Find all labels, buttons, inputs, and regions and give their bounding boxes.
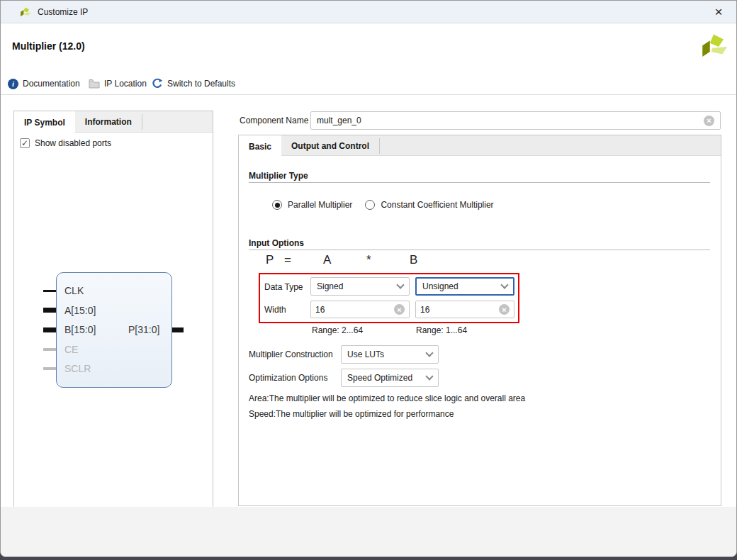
multiplier-construction-dropdown[interactable]: Use LUTs (341, 345, 439, 364)
tab-divider (142, 114, 142, 130)
input-options-title: Input Options (249, 238, 304, 248)
b-width-input[interactable]: 16 × (415, 301, 514, 318)
a-port-stub (43, 308, 56, 313)
a-width-value: 16 (315, 305, 394, 315)
tab-divider (379, 138, 380, 154)
b-data-type-value: Unsigned (422, 281, 502, 291)
equation-equals: = (284, 253, 291, 267)
xilinx-logo (699, 32, 728, 62)
tab-information-label: Information (85, 117, 132, 127)
customize-ip-dialog: Customize IP × Multiplier (12.0) i Docum… (0, 0, 737, 557)
clear-icon[interactable]: × (499, 304, 510, 315)
show-disabled-ports-label: Show disabled ports (35, 138, 111, 148)
ce-port-stub (43, 348, 56, 351)
component-name-input[interactable]: mult_gen_0 × (310, 111, 721, 130)
section-rule (249, 182, 710, 183)
a-range-label: Range: 2...64 (312, 325, 363, 335)
toolbar-divider (1, 94, 736, 95)
tab-basic-label: Basic (249, 142, 271, 152)
ip-location-label: IP Location (104, 79, 147, 89)
parallel-multiplier-radio[interactable] (272, 200, 282, 210)
xilinx-logo-icon (19, 6, 31, 18)
tab-output-and-control-label: Output and Control (291, 141, 369, 151)
show-disabled-ports-checkbox[interactable]: ✓ (20, 138, 30, 148)
a-width-input[interactable]: 16 × (310, 301, 410, 318)
a-data-type-value: Signed (317, 281, 398, 291)
b-data-type-dropdown[interactable]: Unsigned (415, 277, 514, 296)
constant-coefficient-label: Constant Coefficient Multiplier (381, 200, 493, 210)
clk-port-stub (43, 290, 56, 292)
chevron-down-icon (425, 349, 433, 357)
folder-icon (89, 79, 100, 89)
left-tab-strip: IP Symbol Information (14, 111, 213, 133)
a-port-label: A[15:0] (64, 305, 96, 316)
info-icon: i (8, 79, 18, 89)
b-port-label: B[15:0] (64, 324, 96, 335)
optimization-options-dropdown[interactable]: Speed Optimized (341, 369, 439, 387)
window-title: Customize IP (38, 7, 88, 17)
show-disabled-ports-row[interactable]: ✓ Show disabled ports (20, 138, 111, 148)
equation-p: P (266, 253, 274, 267)
tab-basic[interactable]: Basic (239, 135, 281, 157)
data-type-label: Data Type (264, 282, 303, 292)
clear-icon[interactable]: × (394, 304, 405, 315)
tab-ip-symbol-label: IP Symbol (24, 118, 65, 128)
multiplier-type-radios: Parallel Multiplier Constant Coefficient… (272, 200, 501, 210)
p-port-label: P[31:0] (128, 324, 159, 335)
optimization-options-label: Optimization Options (249, 373, 327, 383)
component-name-label: Component Name (240, 116, 308, 125)
p-port-stub (172, 327, 184, 332)
width-label: Width (264, 305, 286, 315)
b-port-stub (43, 327, 56, 332)
footer-bar: OK Cancel (1, 507, 736, 557)
chevron-down-icon (396, 281, 404, 289)
clear-icon[interactable]: × (704, 116, 714, 126)
area-note: Area:The multiplier will be optimized to… (249, 393, 525, 403)
chevron-down-icon (500, 281, 508, 289)
speed-note: Speed:The multiplier will be optimized f… (249, 409, 454, 419)
clk-port-label: CLK (64, 285, 84, 296)
close-icon[interactable]: × (709, 4, 728, 21)
page-title: Multiplier (12.0) (12, 40, 85, 52)
sclr-port-label: SCLR (64, 363, 91, 374)
equation-b: B (410, 253, 417, 267)
tab-ip-symbol[interactable]: IP Symbol (14, 111, 75, 133)
parallel-multiplier-label: Parallel Multiplier (288, 200, 352, 210)
documentation-button[interactable]: i Documentation (8, 77, 80, 90)
b-width-value: 16 (420, 305, 499, 315)
switch-to-defaults-label: Switch to Defaults (167, 79, 235, 89)
multiplier-construction-label: Multiplier Construction (249, 349, 333, 359)
title-bar: Customize IP × (1, 1, 736, 23)
equation-a: A (323, 253, 331, 267)
options-tab-strip: Basic Output and Control (239, 135, 721, 156)
ce-port-label: CE (64, 344, 78, 355)
chevron-down-icon (425, 372, 433, 380)
switch-to-defaults-button[interactable]: Switch to Defaults (152, 77, 235, 90)
tab-output-and-control[interactable]: Output and Control (281, 135, 379, 157)
section-rule (249, 250, 710, 250)
a-data-type-dropdown[interactable]: Signed (310, 277, 410, 296)
optimization-options-value: Speed Optimized (347, 373, 427, 383)
ip-location-button[interactable]: IP Location (89, 77, 147, 90)
multiplier-type-title: Multiplier Type (249, 171, 308, 181)
constant-coefficient-radio[interactable] (365, 200, 375, 210)
refresh-icon (152, 78, 163, 89)
b-range-label: Range: 1...64 (416, 325, 467, 335)
sclr-port-stub (43, 367, 56, 370)
component-name-value: mult_gen_0 (317, 116, 704, 125)
tab-information[interactable]: Information (75, 111, 142, 133)
multiplier-construction-value: Use LUTs (347, 349, 427, 359)
equation-star: * (366, 253, 371, 267)
documentation-label: Documentation (23, 79, 80, 89)
